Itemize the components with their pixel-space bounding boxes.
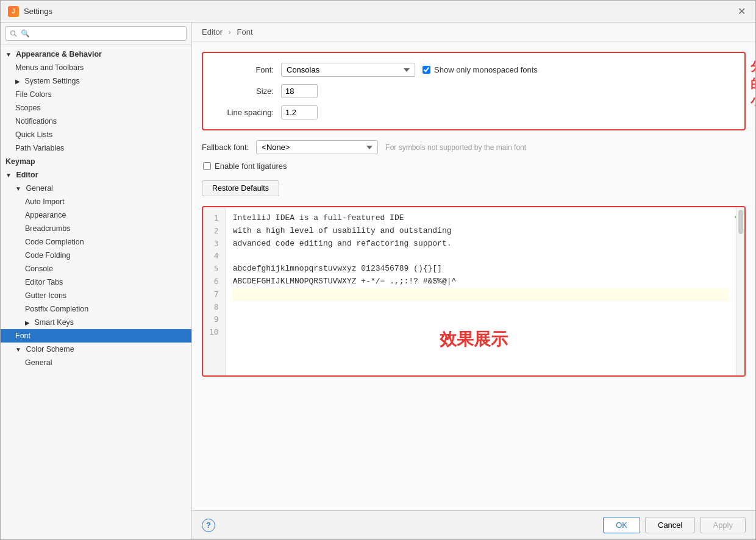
sidebar-item-label: Smart Keys <box>34 318 74 327</box>
font-label: Font: <box>213 65 274 74</box>
line-num-3: 3 <box>205 238 223 250</box>
line-num-4: 4 <box>205 250 223 263</box>
sidebar-item-label: Appearance & Behavior <box>16 50 102 59</box>
close-button[interactable]: ✕ <box>735 5 748 18</box>
line-numbers: 1 2 3 4 5 6 7 8 9 10 <box>203 207 226 375</box>
title-bar-left: J Settings <box>8 6 52 17</box>
title-bar: J Settings ✕ <box>1 1 755 23</box>
sidebar-item-file-colors[interactable]: File Colors <box>1 88 191 101</box>
ligatures-label[interactable]: Enable font ligatures <box>203 162 287 171</box>
sidebar-item-quick-lists[interactable]: Quick Lists <box>1 128 191 141</box>
fallback-select[interactable]: <None> <box>256 140 378 154</box>
sidebar-item-menus-toolbars[interactable]: Menus and Toolbars <box>1 61 191 74</box>
code-line-1: IntelliJ IDEA is a full-featured IDE <box>233 212 729 225</box>
sidebar-item-label: Keymap <box>5 157 35 166</box>
apply-button[interactable]: Apply <box>700 517 746 533</box>
sidebar-item-label: Font <box>15 332 30 340</box>
sidebar-item-label: Gutter Icons <box>25 291 66 300</box>
sidebar: ▼ Appearance & Behavior Menus and Toolba… <box>1 23 192 539</box>
sidebar-item-label: Editor <box>16 171 38 179</box>
fallback-label: Fallback font: <box>202 143 249 152</box>
search-input[interactable] <box>5 26 187 41</box>
action-buttons: OK Cancel Apply <box>603 517 746 533</box>
ligatures-text: Enable font ligatures <box>215 162 287 171</box>
sidebar-item-editor-tabs[interactable]: Editor Tabs <box>1 275 191 289</box>
sidebar-item-label: Path Variables <box>15 144 64 152</box>
sidebar-item-label: Appearance <box>25 211 66 219</box>
monospaced-checkbox[interactable] <box>423 66 430 74</box>
sidebar-item-scopes[interactable]: Scopes <box>1 101 191 115</box>
sidebar-item-keymap[interactable]: Keymap <box>1 155 191 168</box>
search-box <box>1 23 191 45</box>
line-num-5: 5 <box>205 263 223 275</box>
sidebar-item-editor[interactable]: ▼ Editor <box>1 168 191 182</box>
sidebar-item-label: Menus and Toolbars <box>15 63 84 72</box>
arrow-icon: ▼ <box>5 51 12 58</box>
sidebar-item-code-folding[interactable]: Code Folding <box>1 249 191 262</box>
sidebar-item-code-completion[interactable]: Code Completion <box>1 235 191 249</box>
monospaced-label[interactable]: Show only monospaced fonts <box>423 65 538 74</box>
sidebar-item-label: Scopes <box>15 104 41 112</box>
sidebar-item-color-scheme[interactable]: ▼ Color Scheme <box>1 343 191 356</box>
code-preview: IntelliJ IDEA is a full-featured IDE wit… <box>226 207 736 375</box>
sidebar-item-smart-keys[interactable]: ▶ Smart Keys <box>1 316 191 329</box>
line-num-10: 10 <box>205 326 223 339</box>
sidebar-item-color-scheme-general[interactable]: General <box>1 356 191 369</box>
font-settings-box: 分别表示代码的字体、大小、行距 Font: Consolas Show only… <box>202 52 746 130</box>
code-line-8 <box>233 301 729 314</box>
content-area: 分别表示代码的字体、大小、行距 Font: Consolas Show only… <box>192 42 755 510</box>
sidebar-item-label: Code Completion <box>25 238 84 246</box>
line-num-2: 2 <box>205 225 223 238</box>
scrollbar-thumb <box>738 210 743 234</box>
line-num-1: 1 <box>205 212 223 225</box>
annotation-font: 分别表示代码的字体、大小、行距 <box>751 58 755 109</box>
sidebar-item-notifications[interactable]: Notifications <box>1 115 191 128</box>
preview-scrollbar[interactable] <box>736 207 744 375</box>
sidebar-item-appearance[interactable]: Appearance <box>1 208 191 222</box>
font-select[interactable]: Consolas <box>281 63 415 77</box>
sidebar-item-auto-import[interactable]: Auto Import <box>1 195 191 208</box>
linespacing-label: Line spacing: <box>213 108 274 117</box>
ligatures-row: Enable font ligatures <box>202 162 746 171</box>
sidebar-item-label: Auto Import <box>25 197 65 206</box>
size-input[interactable] <box>281 84 318 98</box>
sidebar-item-label: General <box>25 358 52 367</box>
sidebar-item-console[interactable]: Console <box>1 262 191 275</box>
ok-button[interactable]: OK <box>603 517 640 533</box>
arrow-icon: ▼ <box>5 172 12 179</box>
sidebar-item-general[interactable]: ▼ General <box>1 182 191 195</box>
sidebar-item-appearance-behavior[interactable]: ▼ Appearance & Behavior <box>1 48 191 61</box>
fallback-hint: For symbols not supported by the main fo… <box>385 143 526 152</box>
bottom-bar: ? OK Cancel Apply <box>192 510 755 539</box>
sidebar-item-font[interactable]: Font <box>1 329 191 343</box>
restore-defaults-button[interactable]: Restore Defaults <box>202 180 279 196</box>
sidebar-item-label: Quick Lists <box>15 130 52 139</box>
sidebar-item-label: Postfix Completion <box>25 305 88 313</box>
sidebar-item-gutter-icons[interactable]: Gutter Icons <box>1 289 191 302</box>
linespacing-input[interactable] <box>281 105 318 119</box>
sidebar-item-label: General <box>26 184 52 193</box>
window-title: Settings <box>24 7 52 16</box>
sidebar-item-path-variables[interactable]: Path Variables <box>1 141 191 155</box>
cancel-button[interactable]: Cancel <box>645 517 695 533</box>
line-num-7: 7 <box>205 288 223 301</box>
line-num-6: 6 <box>205 275 223 288</box>
help-button[interactable]: ? <box>202 519 215 532</box>
ligatures-checkbox[interactable] <box>203 162 211 170</box>
sidebar-item-breadcrumbs[interactable]: Breadcrumbs <box>1 222 191 235</box>
linespacing-row: Line spacing: <box>213 105 735 119</box>
sidebar-item-label: Editor Tabs <box>25 278 63 286</box>
sidebar-item-system-settings[interactable]: ▶ System Settings <box>1 74 191 88</box>
sidebar-item-postfix-completion[interactable]: Postfix Completion <box>1 302 191 316</box>
size-label: Size: <box>213 87 274 96</box>
arrow-icon: ▶ <box>15 78 20 85</box>
size-row: Size: <box>213 84 735 98</box>
app-icon: J <box>8 6 19 17</box>
code-line-6: ABCDEFGHIJKLMNOPQRSTUVWXYZ +-*/= .,;:!? … <box>233 275 729 288</box>
sidebar-item-label: Notifications <box>15 117 57 126</box>
code-line-5: abcdefghijklmnopqrstuvwxyz 0123456789 ()… <box>233 263 729 275</box>
sidebar-item-label: Console <box>25 265 53 273</box>
arrow-icon: ▶ <box>25 319 30 326</box>
arrow-icon: ▼ <box>15 185 21 192</box>
arrow-icon: ▼ <box>15 346 21 353</box>
